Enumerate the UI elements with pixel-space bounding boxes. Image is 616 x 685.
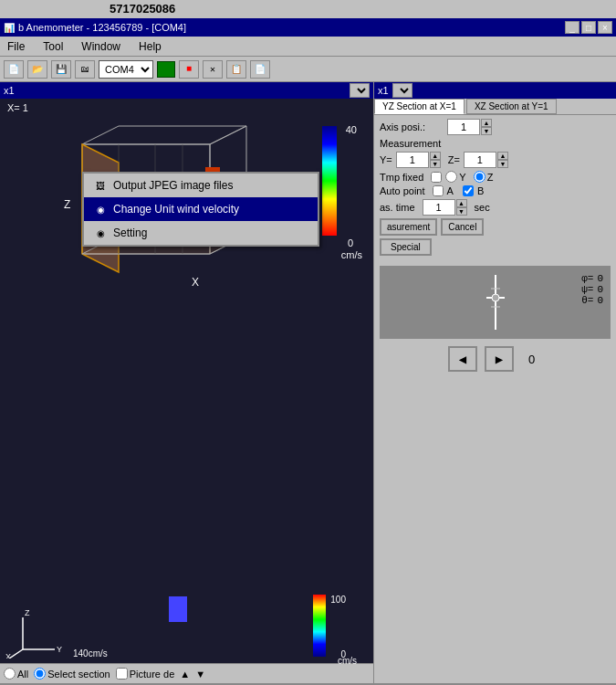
title-bar: 📊 b Anemometer - 123456789 - [COM4] _ □ … [0, 18, 616, 37]
picture-checkbox[interactable] [116, 668, 128, 680]
tb-btn-copy[interactable]: 📋 [226, 60, 246, 79]
nav-buttons: ◀ ▶ 0 [374, 342, 616, 375]
nav-forward-button[interactable]: ▶ [485, 346, 514, 372]
scroll-up[interactable]: ▲ [180, 669, 190, 680]
axis-pos-down[interactable]: ▼ [481, 127, 492, 135]
cb2-top-label: 100 [330, 595, 346, 605]
mas-time-row: as. time 1 ▲ ▼ sec [380, 199, 611, 216]
menu-window[interactable]: Window [78, 38, 124, 55]
radio-tmp-y[interactable] [445, 171, 457, 183]
colorbar-bottom-label: 0 [348, 237, 353, 248]
radio-z-label[interactable]: Z [474, 171, 494, 183]
angle-display: φ= 0 ψ= 0 θ= 0 [581, 273, 603, 306]
y-value[interactable]: 1 [396, 152, 429, 168]
svg-point-21 [492, 294, 499, 301]
radio-select[interactable] [34, 668, 46, 680]
scroll-down[interactable]: ▼ [195, 669, 205, 680]
auto-point-label: Auto point [380, 185, 425, 196]
picture-checkbox-label[interactable]: Picture de [116, 668, 175, 680]
svg-text:X: X [192, 276, 199, 289]
axis-pos-value[interactable]: 1 [447, 119, 480, 135]
disk-button[interactable]: 🖭 [75, 60, 95, 79]
menu-file[interactable]: File [4, 38, 28, 55]
left-panel-header: x1 [0, 82, 373, 99]
colorbar-top-label: 40 [346, 124, 357, 135]
close-button[interactable]: × [598, 21, 612, 34]
controls-bar: All Select section Picture de ▲ ▼ [0, 663, 373, 683]
svg-line-15 [9, 649, 23, 659]
menu-tool[interactable]: Tool [39, 38, 67, 55]
speed-label: 140cm/s [73, 648, 108, 659]
menu-bar: File Tool Window Help [0, 37, 616, 57]
tmp-fixed-check[interactable] [431, 172, 442, 183]
com-select[interactable]: COM4 COM1 COM2 COM3 [99, 60, 153, 79]
tb-btn-paste[interactable]: 📄 [250, 60, 270, 79]
menu-setting[interactable]: ◉ Setting [84, 221, 318, 245]
psi-value: 0 [597, 284, 603, 295]
menu-change-unit[interactable]: ◉ Change Unit wind velocity [84, 197, 318, 221]
check-a[interactable] [433, 185, 444, 196]
radio-all[interactable] [4, 668, 16, 680]
axis-pos-up[interactable]: ▲ [481, 119, 492, 127]
special-button[interactable]: Special [380, 238, 432, 256]
save-button[interactable]: 💾 [51, 60, 71, 79]
cb2-unit-label: cm/s [338, 656, 357, 666]
radio-select-label[interactable]: Select section [34, 668, 110, 680]
svg-text:Y: Y [57, 645, 62, 654]
yz-row: Y= 1 ▲ ▼ Z= 1 ▲ ▼ [380, 152, 611, 168]
mas-time-down[interactable]: ▼ [456, 207, 467, 216]
psi-label: ψ= [581, 284, 593, 295]
open-button[interactable]: 📂 [27, 60, 47, 79]
svg-marker-2 [82, 126, 246, 144]
check-b[interactable] [463, 185, 474, 196]
new-button[interactable]: 📄 [4, 60, 24, 79]
z-down[interactable]: ▼ [497, 160, 508, 168]
radio-all-label[interactable]: All [4, 668, 28, 680]
cancel-button[interactable]: Cancel [441, 218, 484, 236]
z-up[interactable]: ▲ [497, 152, 508, 160]
radio-tmp-z[interactable] [474, 171, 485, 183]
tab-yz[interactable]: YZ Section at X=1 [374, 99, 465, 114]
stop-button[interactable]: ■ [179, 60, 199, 79]
radio-y-label[interactable]: Y [445, 171, 465, 183]
y-down[interactable]: ▼ [430, 160, 441, 168]
theta-value: 0 [597, 295, 603, 306]
measurement-button[interactable]: asurement [380, 218, 437, 236]
mas-time-value[interactable]: 1 [423, 199, 455, 216]
phi-value: 0 [597, 273, 603, 284]
maximize-button[interactable]: □ [581, 21, 596, 34]
left-panel: x1 X= 1 [0, 82, 374, 683]
probe-svg [473, 270, 518, 334]
viz-area: X= 1 [0, 99, 373, 590]
wind-icon: ◉ [93, 202, 108, 216]
right-panel-dropdown[interactable] [392, 83, 412, 98]
left-panel-dropdown[interactable] [350, 83, 370, 98]
y-label: Y= [380, 154, 392, 165]
menu-help[interactable]: Help [135, 38, 165, 55]
tb-btn-x[interactable]: ✕ [203, 60, 223, 79]
axis-pos-row: Axis posi.: 1 ▲ ▼ [380, 119, 611, 135]
menu-jpeg[interactable]: 🖼 Output JPEG image files [84, 174, 318, 197]
nav-back-button[interactable]: ◀ [448, 346, 477, 372]
blue-marker [169, 596, 187, 622]
right-panel: x1 YZ Section at X=1 XZ Section at Y=1 A… [374, 82, 616, 683]
y-up[interactable]: ▲ [430, 152, 441, 160]
image-icon: 🖼 [93, 178, 108, 193]
left-panel-title: x1 [4, 85, 15, 96]
z-value[interactable]: 1 [464, 152, 496, 168]
tab-xz[interactable]: XZ Section at Y=1 [466, 99, 557, 114]
svg-text:Z: Z [25, 608, 30, 617]
context-menu: 🖼 Output JPEG image files ◉ Change Unit … [82, 172, 319, 247]
partial-text: 5717025086 [110, 2, 175, 16]
minimize-button[interactable]: _ [565, 21, 579, 34]
right-tabs: YZ Section at X=1 XZ Section at Y=1 [374, 99, 616, 115]
connect-button[interactable] [157, 61, 175, 78]
special-button-row: Special [380, 238, 611, 256]
colorbar-unit-label: cm/s [341, 249, 362, 260]
mas-time-up[interactable]: ▲ [456, 199, 467, 207]
svg-text:X: X [5, 652, 11, 659]
measurement-label: Measurement [380, 138, 444, 149]
theta-label: θ= [581, 295, 593, 306]
nav-count: 0 [521, 353, 542, 366]
x-label: X= 1 [7, 102, 28, 113]
